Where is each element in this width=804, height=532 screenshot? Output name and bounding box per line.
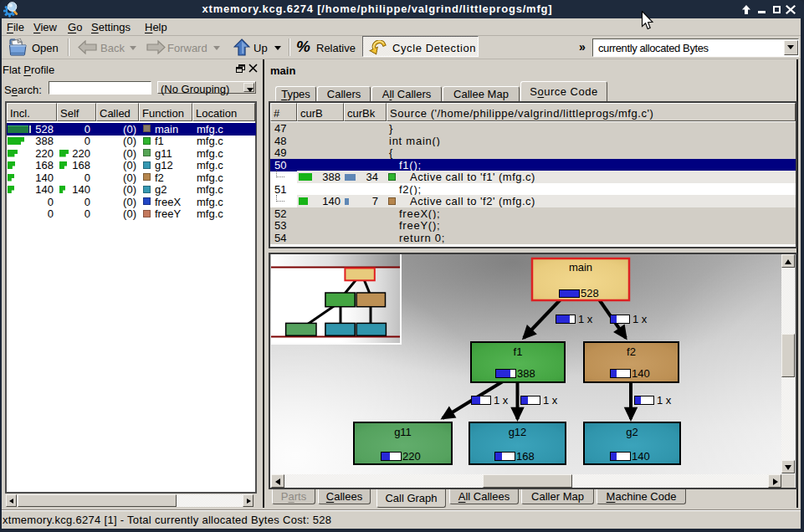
svg-text:528: 528 (581, 287, 599, 299)
svg-text:g11: g11 (394, 426, 412, 438)
svg-text:main: main (569, 261, 592, 274)
svg-text:140: 140 (632, 450, 650, 463)
svg-text:168: 168 (516, 450, 535, 463)
svg-text:g12: g12 (509, 426, 527, 438)
svg-text:1 x: 1 x (494, 394, 509, 407)
svg-text:140: 140 (632, 367, 650, 380)
svg-text:f2: f2 (627, 345, 636, 358)
svg-text:f1: f1 (514, 345, 523, 358)
svg-text:1 x: 1 x (543, 394, 558, 407)
svg-text:388: 388 (517, 367, 535, 380)
svg-text:220: 220 (402, 450, 421, 463)
svg-text:g2: g2 (626, 426, 638, 438)
svg-text:1 x: 1 x (632, 313, 648, 325)
svg-text:1 x: 1 x (578, 313, 593, 325)
svg-text:1 x: 1 x (657, 394, 672, 407)
